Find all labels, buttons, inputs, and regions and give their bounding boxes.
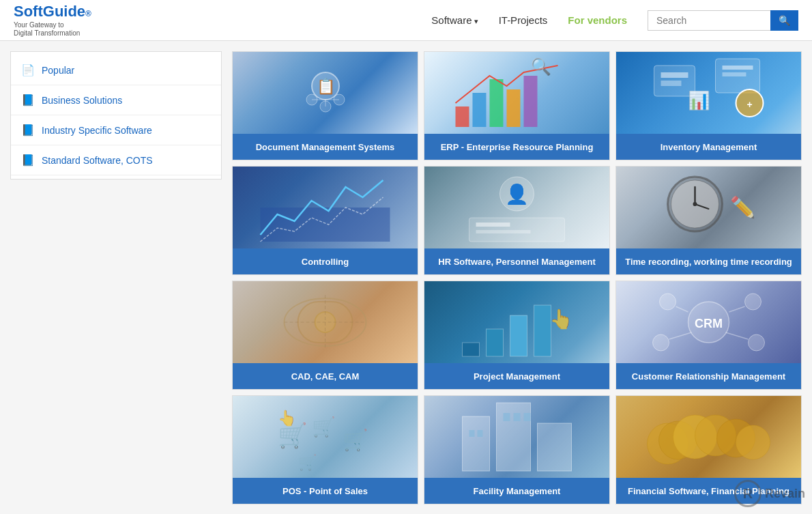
svg-rect-9	[473, 93, 487, 127]
nav-software[interactable]: Software	[431, 14, 478, 26]
cad-svg	[233, 281, 418, 363]
hr-svg: 👤	[424, 167, 609, 248]
svg-point-48	[745, 294, 762, 310]
ctrl-svg	[233, 167, 418, 248]
svg-line-51	[676, 306, 688, 312]
card-doc-mgmt-label: Document Management Systems	[233, 134, 418, 160]
nav-for-vendors[interactable]: For vendors	[568, 14, 627, 26]
card-pos-image: 🛒 🛒 🛒 🛒 👆	[233, 396, 418, 478]
header: SoftGuide® Your Gateway to Digital Trans…	[0, 0, 812, 41]
svg-rect-16	[661, 81, 682, 86]
watermark: R Revain	[734, 480, 805, 507]
svg-point-50	[749, 334, 765, 351]
card-project-mgmt[interactable]: 👆 Project Management	[424, 281, 610, 390]
sidebar-item-industry-specific-label: Industry Specific Software	[42, 125, 152, 136]
card-erp[interactable]: 🔍 ERP - Enterprise Resource Planning	[424, 51, 610, 160]
card-inventory[interactable]: 📊 + Inventory Management	[615, 51, 802, 160]
card-hr-image: 👤	[424, 167, 609, 248]
svg-rect-11	[507, 89, 521, 127]
sidebar-item-business-solutions[interactable]: 📘 Business Solutions	[11, 85, 221, 115]
svg-point-73	[736, 425, 770, 459]
card-time-recording[interactable]: ✏️ Time recording, working time recordin…	[615, 166, 802, 275]
card-cad-label: CAD, CAE, CAM	[233, 363, 418, 389]
inv-svg: 📊 +	[616, 52, 801, 134]
svg-text:🛒: 🛒	[343, 428, 368, 453]
sidebar-item-industry-specific[interactable]: 📘 Industry Specific Software	[11, 115, 221, 145]
svg-rect-26	[469, 218, 565, 242]
search-input[interactable]	[648, 10, 770, 31]
svg-line-52	[729, 306, 745, 312]
svg-rect-40	[463, 343, 480, 356]
card-crm[interactable]: CRM Customer Relationship Management	[615, 281, 802, 390]
nav-it-projects[interactable]: IT-Projects	[499, 14, 548, 26]
card-cad-image	[233, 281, 418, 363]
svg-rect-27	[476, 223, 510, 227]
card-hr[interactable]: 👤 HR Software, Personnel Management	[424, 166, 610, 275]
sidebar-item-popular[interactable]: 📄 Popular	[11, 55, 221, 85]
card-controlling[interactable]: Controlling	[232, 166, 418, 275]
svg-point-33	[693, 202, 697, 206]
doc-mgmt-svg: 📋	[298, 66, 353, 120]
svg-point-47	[660, 294, 676, 310]
svg-text:👤: 👤	[505, 183, 529, 205]
svg-text:📊: 📊	[688, 89, 710, 111]
card-controlling-label: Controlling	[233, 248, 418, 274]
svg-text:👆: 👆	[278, 409, 297, 427]
card-pos[interactable]: 🛒 🛒 🛒 🛒 👆 POS - Point of Sales	[232, 395, 418, 504]
svg-rect-63	[469, 430, 475, 437]
card-erp-image: 🔍	[424, 52, 609, 134]
svg-rect-64	[478, 430, 483, 437]
svg-text:+: +	[746, 99, 752, 110]
grid-container: 📋 Document Management Systems	[232, 51, 802, 504]
logo-sub2: Digital Transformation	[14, 29, 91, 38]
popular-icon: 📄	[21, 63, 35, 76]
logo[interactable]: SoftGuide® Your Gateway to Digital Trans…	[14, 3, 91, 37]
card-cad[interactable]: CAD, CAE, CAM	[232, 281, 418, 390]
search-area: 🔍	[648, 10, 798, 31]
time-svg: ✏️	[616, 167, 801, 248]
svg-rect-12	[524, 76, 538, 127]
card-financial-image	[616, 396, 801, 478]
card-controlling-image	[233, 167, 418, 248]
svg-line-54	[726, 332, 749, 339]
svg-rect-60	[463, 416, 490, 471]
svg-rect-18	[723, 66, 753, 70]
sidebar: 📄 Popular 📘 Business Solutions 📘 Industr…	[10, 51, 222, 180]
fac-svg	[424, 396, 609, 478]
category-grid: 📋 Document Management Systems	[232, 51, 802, 504]
svg-rect-23	[261, 208, 390, 242]
svg-rect-66	[514, 413, 521, 421]
business-solutions-icon: 📘	[21, 94, 35, 106]
sidebar-item-standard-software-label: Standard Software, COTS	[42, 155, 153, 166]
card-crm-label: Customer Relationship Management	[616, 363, 801, 389]
search-button[interactable]: 🔍	[770, 10, 798, 31]
card-pos-label: POS - Point of Sales	[233, 478, 418, 504]
card-inventory-label: Inventory Management	[616, 134, 801, 160]
card-time-recording-image: ✏️	[616, 167, 801, 248]
svg-text:CRM: CRM	[695, 317, 723, 330]
svg-text:👆: 👆	[549, 308, 573, 330]
svg-text:✏️: ✏️	[730, 195, 756, 220]
card-inventory-image: 📊 +	[616, 52, 801, 134]
sidebar-item-standard-software[interactable]: 📘 Standard Software, COTS	[11, 145, 221, 175]
card-time-recording-label: Time recording, working time recording	[616, 248, 801, 274]
proj-svg: 👆	[424, 281, 609, 363]
svg-rect-67	[524, 413, 531, 421]
svg-line-53	[669, 332, 692, 339]
card-project-mgmt-label: Project Management	[424, 363, 609, 389]
sidebar-item-business-solutions-label: Business Solutions	[42, 95, 122, 106]
card-facility[interactable]: Facility Management	[424, 395, 610, 504]
card-doc-mgmt[interactable]: 📋 Document Management Systems	[232, 51, 418, 160]
svg-rect-42	[510, 315, 527, 356]
svg-rect-19	[723, 72, 746, 76]
svg-rect-10	[490, 79, 504, 127]
svg-rect-15	[661, 72, 688, 78]
svg-rect-8	[456, 106, 469, 127]
logo-sub1: Your Gateway to	[14, 21, 91, 29]
crm-svg: CRM	[616, 281, 801, 363]
svg-rect-43	[534, 305, 551, 356]
card-doc-mgmt-image: 📋	[233, 52, 418, 134]
card-project-mgmt-image: 👆	[424, 281, 609, 363]
main-layout: 📄 Popular 📘 Business Solutions 📘 Industr…	[0, 41, 812, 514]
card-facility-label: Facility Management	[424, 478, 609, 504]
